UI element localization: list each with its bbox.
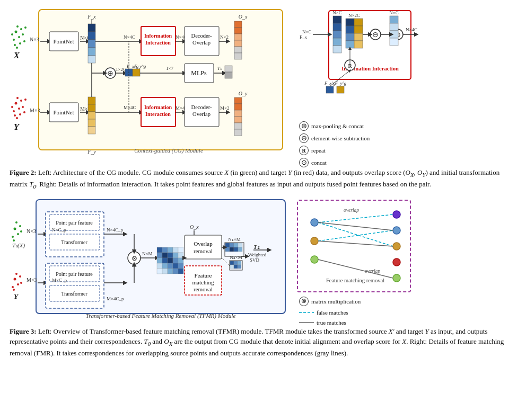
svg-text:M×C_p: M×C_p — [52, 278, 67, 283]
svg-rect-198 — [168, 247, 173, 253]
svg-point-262 — [393, 227, 400, 234]
svg-rect-137 — [390, 38, 398, 46]
svg-rect-211 — [157, 263, 162, 269]
svg-rect-246 — [230, 265, 234, 269]
svg-rect-149 — [337, 86, 344, 93]
svg-rect-201 — [157, 253, 162, 258]
svg-rect-199 — [173, 247, 178, 253]
svg-text:T₁: T₁ — [253, 244, 260, 250]
svg-point-16 — [13, 110, 15, 112]
svg-point-168 — [13, 289, 15, 291]
svg-text:M×4C: M×4C — [124, 105, 136, 110]
legend-repeat: R repeat — [299, 146, 419, 155]
legend-elemwise: ⊖ element-wise subtraction — [299, 133, 419, 143]
svg-rect-41 — [88, 24, 95, 32]
svg-point-157 — [19, 225, 21, 227]
svg-rect-244 — [234, 261, 238, 265]
svg-text:N×2: N×2 — [220, 34, 229, 40]
svg-text:Context-guided (CG) Module: Context-guided (CG) Module — [134, 147, 203, 154]
svg-rect-106 — [234, 117, 242, 123]
svg-rect-217 — [162, 269, 168, 274]
svg-rect-125 — [354, 26, 363, 33]
svg-text:N×3: N×3 — [27, 228, 36, 234]
svg-rect-233 — [225, 243, 230, 247]
svg-text:N×M: N×M — [142, 251, 153, 256]
svg-rect-215 — [178, 263, 183, 269]
svg-rect-50 — [88, 119, 95, 127]
svg-point-25 — [16, 117, 18, 119]
svg-text:F_y^g: F_y^g — [134, 64, 146, 69]
svg-text:Point pair feature: Point pair feature — [56, 220, 93, 226]
svg-text:Overlap: Overlap — [192, 111, 211, 117]
tfmr-module-diagram: T₀(X) Y N×3 M×3 Point pair feature — [10, 197, 291, 324]
svg-rect-207 — [162, 258, 168, 263]
svg-rect-122 — [346, 33, 354, 41]
svg-rect-116 — [333, 31, 341, 38]
svg-rect-115 — [333, 23, 341, 31]
svg-text:N×C: N×C — [332, 10, 342, 15]
svg-text:MLPs: MLPs — [191, 69, 207, 77]
svg-rect-240 — [238, 247, 242, 252]
svg-rect-200 — [178, 247, 183, 253]
svg-text:T₀(X): T₀(X) — [12, 242, 25, 249]
svg-rect-120 — [346, 19, 354, 26]
svg-text:overlap: overlap — [344, 208, 359, 213]
svg-text:removal: removal — [194, 248, 213, 254]
fig3-diagram-row: T₀(X) Y N×3 M×3 Point pair feature — [10, 197, 516, 326]
svg-rect-49 — [88, 112, 95, 119]
svg-point-263 — [393, 243, 400, 250]
point-cloud-y: Y — [11, 97, 27, 131]
svg-rect-114 — [333, 16, 341, 23]
svg-rect-117 — [333, 38, 341, 46]
svg-text:O_y: O_y — [239, 91, 248, 96]
svg-text:Transformer-based Feature Matc: Transformer-based Feature Matching Remov… — [86, 312, 236, 319]
svg-point-165 — [19, 275, 21, 278]
svg-text:N×2C: N×2C — [348, 13, 360, 18]
svg-rect-42 — [88, 32, 95, 40]
svg-text:N₂×M: N₂×M — [230, 255, 242, 260]
svg-point-166 — [15, 273, 17, 275]
svg-text:Decoder-: Decoder- — [191, 104, 212, 110]
svg-rect-43 — [88, 40, 95, 48]
svg-rect-204 — [173, 253, 178, 258]
svg-point-23 — [11, 106, 13, 108]
legend-false-matches: false matches — [299, 309, 411, 316]
svg-text:Transformer: Transformer — [61, 291, 87, 297]
svg-text:N×C: N×C — [389, 10, 399, 15]
svg-text:Transformer: Transformer — [61, 239, 87, 245]
svg-rect-147 — [326, 86, 334, 93]
svg-text:Overlap: Overlap — [194, 240, 213, 247]
svg-rect-108 — [234, 129, 242, 136]
svg-point-156 — [12, 236, 14, 238]
svg-point-258 — [311, 219, 318, 226]
svg-rect-135 — [390, 23, 398, 31]
svg-rect-127 — [354, 41, 363, 48]
svg-rect-78 — [234, 34, 242, 40]
svg-rect-79 — [234, 40, 242, 47]
svg-text:Overlap: Overlap — [192, 40, 211, 46]
svg-point-19 — [22, 106, 24, 108]
svg-point-21 — [19, 113, 21, 115]
svg-point-22 — [23, 111, 25, 113]
svg-text:M×2: M×2 — [220, 105, 230, 111]
svg-rect-206 — [157, 258, 162, 263]
svg-text:matching: matching — [192, 279, 214, 285]
svg-point-10 — [11, 33, 13, 35]
figure2-section: X Y — [10, 5, 516, 191]
svg-text:Decoder-: Decoder- — [191, 33, 212, 39]
svg-point-167 — [20, 282, 22, 284]
svg-point-15 — [18, 108, 20, 110]
svg-text:Feature matching removal: Feature matching removal — [326, 278, 384, 283]
svg-text:M×3: M×3 — [27, 277, 37, 283]
svg-point-9 — [23, 40, 25, 42]
svg-rect-208 — [168, 258, 173, 263]
svg-text:⊕: ⊕ — [107, 69, 113, 77]
svg-rect-103 — [234, 97, 242, 104]
svg-point-264 — [393, 258, 400, 266]
svg-line-269 — [318, 222, 393, 230]
svg-text:PointNet: PointNet — [53, 109, 74, 115]
svg-rect-134 — [390, 16, 398, 23]
svg-rect-51 — [88, 127, 95, 134]
svg-point-155 — [17, 233, 19, 235]
svg-point-3 — [13, 39, 15, 41]
